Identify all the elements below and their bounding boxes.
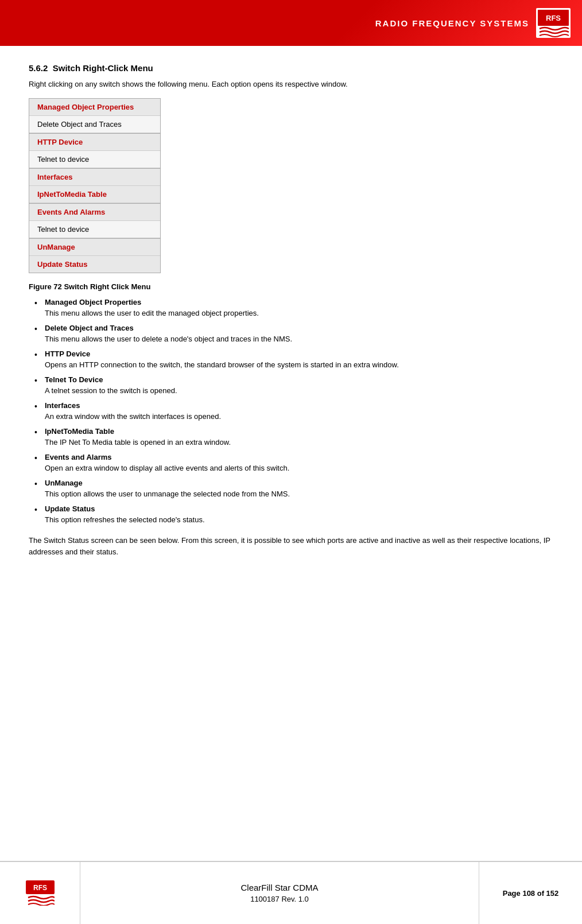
bullet-icon: [34, 297, 45, 309]
bullet-desc: The IP Net To Media table is opened in a…: [45, 437, 553, 448]
rfs-logo-icon: RFS: [536, 8, 571, 38]
list-item: Managed Object Properties This menu allo…: [34, 297, 553, 319]
bullet-title: Telnet To Device: [45, 374, 553, 386]
bullet-desc: This menu allows the user to edit the ma…: [45, 308, 553, 319]
list-item: UnManage This option allows the user to …: [34, 477, 553, 500]
bullet-icon: [34, 323, 45, 335]
bullet-title: Managed Object Properties: [45, 297, 553, 308]
list-item: HTTP Device Opens an HTTP connection to …: [34, 348, 553, 371]
figure-caption: Figure 72 Switch Right Click Menu: [29, 282, 553, 291]
footer-revision: 1100187 Rev. 1.0: [250, 895, 309, 903]
svg-text:RFS: RFS: [33, 884, 47, 892]
svg-text:RFS: RFS: [546, 14, 561, 22]
bullet-icon: [34, 478, 45, 490]
footer-rfs-logo-icon: RFS: [26, 880, 55, 906]
menu-item-telnet-1: Telnet to device: [29, 151, 160, 168]
bullet-desc: This option allows the user to unmanage …: [45, 488, 553, 500]
list-item: Delete Object and Traces This menu allow…: [34, 323, 553, 345]
section-number: 5.6.2: [29, 63, 48, 73]
outro-text: The Switch Status screen can be seen bel…: [29, 535, 553, 559]
menu-item-http-device: HTTP Device: [29, 133, 160, 151]
bullet-title: UnManage: [45, 477, 553, 489]
bullet-title: HTTP Device: [45, 348, 553, 360]
bullet-desc: Opens an HTTP connection to the switch, …: [45, 359, 553, 371]
bullet-title: Interfaces: [45, 400, 553, 411]
list-item: Events and Alarms Open an extra window t…: [34, 452, 553, 474]
section-heading: 5.6.2 Switch Right-Click Menu: [29, 63, 553, 73]
context-menu-image: Managed Object Properties Delete Object …: [29, 98, 161, 273]
bullet-desc: A telnet session to the switch is opened…: [45, 385, 553, 397]
bullet-icon: [34, 349, 45, 361]
bullet-title: Update Status: [45, 503, 553, 515]
bullet-icon: [34, 504, 45, 516]
bullet-icon: [34, 401, 45, 413]
bullet-desc: An extra window with the switch interfac…: [45, 411, 553, 422]
bullet-desc: This option refreshes the selected node'…: [45, 514, 553, 526]
menu-item-update-status: Update Status: [29, 256, 160, 273]
bullet-icon: [34, 375, 45, 387]
list-item: Telnet To Device A telnet session to the…: [34, 374, 553, 397]
footer-product: ClearFill Star CDMA: [240, 883, 318, 892]
footer-page-label: Page 108 of 152: [503, 889, 559, 898]
list-item: IpNetToMedia Table The IP Net To Media t…: [34, 426, 553, 448]
section-title: Switch Right-Click Menu: [53, 63, 153, 73]
list-item: Update Status This option refreshes the …: [34, 503, 553, 526]
bullet-title: IpNetToMedia Table: [45, 426, 553, 437]
feature-list: Managed Object Properties This menu allo…: [29, 297, 553, 526]
bullet-icon: [34, 426, 45, 438]
menu-item-ipnet: IpNetToMedia Table: [29, 186, 160, 203]
intro-text: Right clicking on any switch shows the f…: [29, 79, 553, 90]
footer-logo-cell: RFS: [0, 862, 80, 924]
menu-item-unmanage: UnManage: [29, 238, 160, 256]
menu-item-telnet-2: Telnet to device: [29, 221, 160, 238]
menu-item-delete-object: Delete Object and Traces: [29, 116, 160, 133]
header-logo-area: RADIO FREQUENCY SYSTEMS RFS: [375, 8, 571, 38]
menu-item-events: Events And Alarms: [29, 203, 160, 221]
bullet-title: Delete Object and Traces: [45, 323, 553, 334]
bullet-title: Events and Alarms: [45, 452, 553, 463]
bullet-desc: Open an extra window to display all acti…: [45, 463, 553, 474]
bullet-desc: This menu allows the user to delete a no…: [45, 333, 553, 345]
footer-page-cell: Page 108 of 152: [479, 862, 582, 924]
bullet-icon: [34, 452, 45, 464]
page-header: RADIO FREQUENCY SYSTEMS RFS: [0, 0, 582, 46]
menu-item-interfaces: Interfaces: [29, 168, 160, 186]
footer-center: ClearFill Star CDMA 1100187 Rev. 1.0: [80, 883, 479, 903]
page-footer: RFS ClearFill Star CDMA 1100187 Rev. 1.0…: [0, 861, 582, 924]
brand-text: RADIO FREQUENCY SYSTEMS: [375, 18, 529, 28]
main-content: 5.6.2 Switch Right-Click Menu Right clic…: [0, 46, 582, 570]
menu-item-managed-object: Managed Object Properties: [29, 99, 160, 116]
list-item: Interfaces An extra window with the swit…: [34, 400, 553, 422]
